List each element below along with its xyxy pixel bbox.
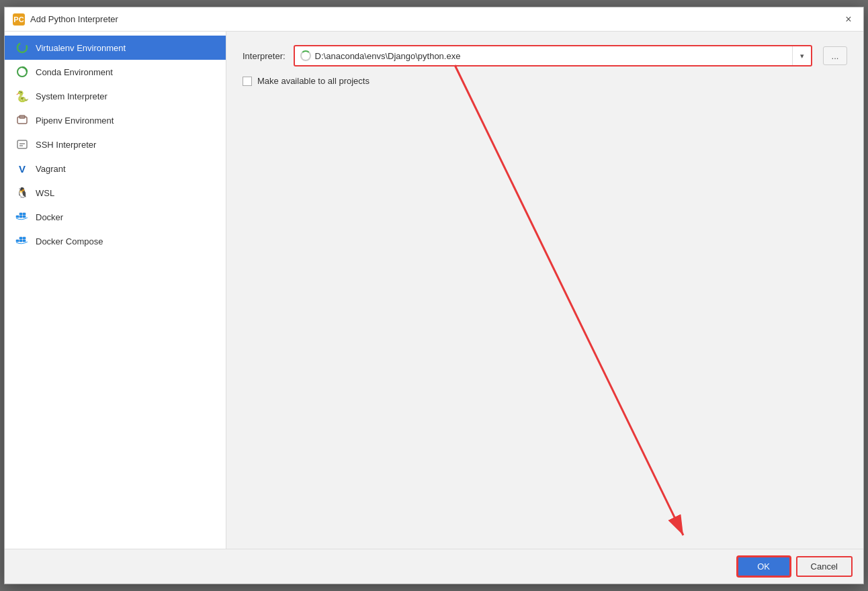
sidebar-item-virtualenv[interactable]: Virtualenv Environment: [5, 36, 226, 60]
sidebar-item-vagrant[interactable]: V Vagrant: [5, 156, 226, 181]
interpreter-dropdown-button[interactable]: ▾: [792, 46, 811, 65]
ok-button[interactable]: OK: [737, 556, 791, 577]
vagrant-icon: V: [15, 162, 29, 175]
svg-rect-8: [19, 216, 22, 218]
make-available-row: Make available to all projects: [243, 76, 847, 86]
sidebar-item-vagrant-label: Vagrant: [36, 164, 66, 174]
svg-rect-16: [23, 237, 26, 239]
sidebar-item-virtualenv-label: Virtualenv Environment: [36, 43, 126, 53]
sidebar-item-docker-label: Docker: [36, 212, 63, 222]
svg-rect-15: [19, 237, 22, 239]
svg-rect-9: [23, 216, 26, 218]
interpreter-more-button[interactable]: ...: [823, 46, 847, 65]
sidebar-item-wsl-label: WSL: [36, 188, 54, 198]
svg-rect-13: [19, 240, 22, 242]
wsl-icon: 🐧: [15, 186, 29, 199]
dialog-footer: OK Cancel: [5, 549, 863, 584]
interpreter-label: Interpreter:: [243, 51, 286, 61]
interpreter-input-wrapper: D:\anaconda\envs\Django\python.exe ▾: [294, 45, 812, 66]
sidebar-item-conda[interactable]: Conda Environment: [5, 60, 226, 84]
interpreter-path: D:\anaconda\envs\Django\python.exe: [315, 51, 787, 61]
ssh-icon: [15, 138, 29, 151]
annotation-arrow: [226, 32, 863, 549]
close-button[interactable]: ×: [842, 13, 855, 26]
cancel-button[interactable]: Cancel: [796, 556, 853, 577]
system-icon: 🐍: [15, 89, 29, 103]
interpreter-row: Interpreter: D:\anaconda\envs\Django\pyt…: [243, 45, 847, 66]
add-python-interpreter-dialog: PC Add Python Interpreter × Virtualenv E…: [4, 7, 864, 584]
docker-icon: [15, 210, 29, 224]
virtualenv-icon: [15, 41, 29, 54]
sidebar: Virtualenv Environment Conda Environment…: [5, 32, 226, 549]
make-available-label: Make available to all projects: [257, 76, 370, 86]
sidebar-item-conda-label: Conda Environment: [36, 67, 113, 77]
pipenv-icon: [15, 113, 29, 127]
conda-icon: [15, 65, 29, 79]
sidebar-item-ssh-label: SSH Interpreter: [36, 140, 96, 150]
interpreter-input-inner: D:\anaconda\envs\Django\python.exe: [295, 48, 792, 64]
svg-rect-10: [19, 213, 22, 215]
dialog-body: Virtualenv Environment Conda Environment…: [5, 32, 863, 549]
dialog-title: Add Python Interpreter: [30, 14, 118, 24]
sidebar-item-docker-compose[interactable]: Docker Compose: [5, 229, 226, 253]
sidebar-item-system[interactable]: 🐍 System Interpreter: [5, 84, 226, 108]
sidebar-item-pipenv-label: Pipenv Environment: [36, 116, 114, 126]
svg-rect-7: [16, 216, 19, 218]
sidebar-item-docker[interactable]: Docker: [5, 205, 226, 229]
docker-compose-icon: [15, 234, 29, 248]
app-icon: PC: [13, 13, 25, 26]
sidebar-item-wsl[interactable]: 🐧 WSL: [5, 181, 226, 205]
sidebar-item-docker-compose-label: Docker Compose: [36, 236, 103, 246]
sidebar-item-ssh[interactable]: SSH Interpreter: [5, 132, 226, 156]
main-content: Interpreter: D:\anaconda\envs\Django\pyt…: [226, 32, 863, 549]
svg-point-0: [17, 43, 27, 52]
title-bar: PC Add Python Interpreter ×: [5, 7, 863, 32]
spinner-icon: [300, 50, 311, 61]
svg-rect-12: [16, 240, 19, 242]
svg-rect-11: [23, 213, 26, 215]
svg-rect-14: [23, 240, 26, 242]
sidebar-item-system-label: System Interpreter: [36, 91, 107, 101]
svg-line-18: [455, 65, 683, 535]
sidebar-item-pipenv[interactable]: Pipenv Environment: [5, 108, 226, 132]
svg-rect-4: [17, 140, 27, 148]
make-available-checkbox[interactable]: [243, 77, 252, 86]
title-bar-left: PC Add Python Interpreter: [13, 13, 118, 26]
